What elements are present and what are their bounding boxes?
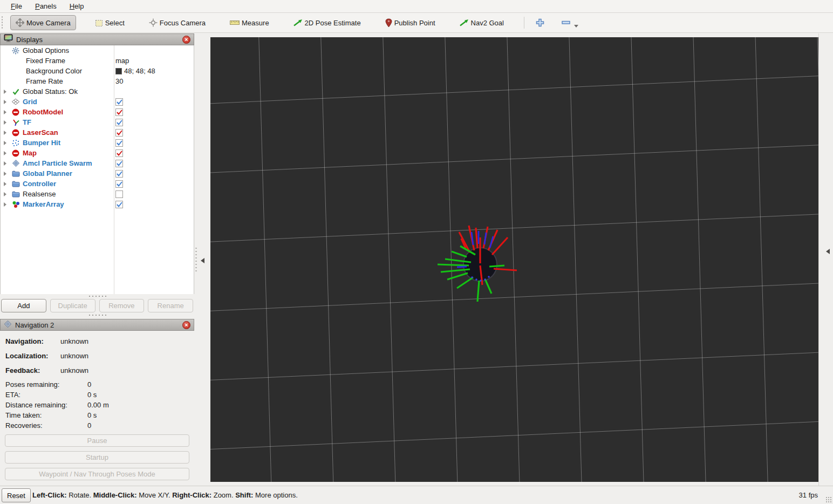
checkbox-amcl-particle-swarm[interactable] — [115, 160, 123, 167]
prop-row-frame-rate[interactable]: Frame Rate30 — [1, 76, 194, 86]
status-bar: Reset Left-Click: Rotate. Middle-Click: … — [0, 486, 833, 504]
tool-move-camera[interactable]: Move Camera — [10, 15, 76, 30]
remove-tool-icon — [562, 21, 570, 25]
close-displays-button[interactable] — [182, 36, 190, 44]
collapse-arrow-icon[interactable] — [4, 141, 6, 145]
reset-button[interactable]: Reset — [2, 488, 31, 502]
status-value: unknown — [60, 352, 88, 360]
prop-row-fixed-frame[interactable]: Fixed Framemap — [1, 56, 194, 66]
display-row-laserscan[interactable]: LaserScan — [1, 127, 194, 138]
checkbox-bumper-hit[interactable] — [115, 139, 123, 147]
metric-row-eta: ETA:0 s — [0, 390, 194, 400]
collapse-right-dock-icon[interactable] — [826, 249, 830, 254]
prop-value-frame-rate[interactable]: 30 — [115, 76, 123, 86]
checkbox-controller[interactable] — [115, 180, 123, 188]
prop-value-background-color[interactable]: 48; 48; 48 — [115, 66, 155, 76]
folder-icon — [11, 170, 21, 177]
display-row-global-status-ok[interactable]: Global Status: Ok — [1, 86, 194, 97]
add-button[interactable]: Add — [1, 299, 46, 312]
prop-label-background-color: Background Color — [1, 66, 82, 76]
checkbox-grid[interactable] — [115, 98, 123, 106]
collapse-arrow-icon[interactable] — [4, 161, 6, 166]
metric-value: 0 — [87, 421, 91, 430]
left-dock-splitter[interactable] — [194, 33, 210, 486]
display-row-controller[interactable]: Controller — [1, 179, 194, 189]
display-row-global-options[interactable]: Global Options — [1, 45, 194, 56]
collapse-arrow-icon[interactable] — [4, 182, 6, 186]
tool-remove-tool-icon[interactable] — [558, 15, 582, 31]
nav2-panel-icon — [4, 320, 12, 330]
tool-add-tool-icon[interactable] — [532, 15, 548, 30]
prop-label-fixed-frame: Fixed Frame — [1, 56, 65, 66]
checkbox-laserscan[interactable] — [115, 129, 123, 137]
folder-icon — [11, 180, 21, 187]
menu-file[interactable]: File — [4, 1, 29, 11]
prop-row-background-color[interactable]: Background Color48; 48; 48 — [1, 66, 194, 76]
metric-row-distance-remaining: Distance remaining:0.00 m — [0, 400, 194, 410]
menu-help[interactable]: Help — [63, 1, 91, 11]
render-viewport[interactable] — [210, 37, 818, 482]
tool-measure[interactable]: Measure — [224, 16, 275, 30]
waypoint-nav-through-poses-mode-button: Waypoint / Nav Through Poses Mode — [5, 468, 189, 480]
checkbox-markerarray[interactable] — [115, 201, 123, 208]
splitter-grip[interactable] — [195, 247, 197, 274]
nav2-panel-header[interactable]: Navigation 2 — [0, 319, 194, 331]
display-row-markerarray[interactable]: MarkerArray — [1, 199, 194, 209]
collapse-arrow-icon[interactable] — [4, 90, 6, 94]
close-nav2-button[interactable] — [182, 321, 190, 329]
display-row-grid[interactable]: Grid — [1, 97, 194, 107]
display-row-global-planner[interactable]: Global Planner — [1, 168, 194, 179]
collapse-arrow-icon[interactable] — [4, 131, 6, 135]
collapse-arrow-icon[interactable] — [4, 151, 6, 155]
menu-bar: FilePanelsHelp — [0, 0, 833, 13]
display-row-amcl-particle-swarm[interactable]: Amcl Particle Swarm — [1, 158, 194, 168]
display-row-bumper-hit[interactable]: Bumper Hit — [1, 138, 194, 148]
status-value: unknown — [60, 337, 88, 345]
fps-counter: 31 fps — [799, 491, 818, 499]
nav2-panel-title: Navigation 2 — [15, 321, 182, 329]
nav2-metrics: Poses remaining:0ETA:0 sDistance remaini… — [0, 379, 194, 431]
tool-publish-point[interactable]: Publish Point — [380, 15, 441, 31]
tool-2d-pose-estimate[interactable]: 2D Pose Estimate — [288, 16, 366, 30]
collapse-arrow-icon[interactable] — [4, 100, 6, 104]
tool-focus-camera[interactable]: Focus Camera — [144, 15, 211, 30]
collapse-arrow-icon[interactable] — [4, 192, 6, 196]
checkbox-global-planner[interactable] — [115, 170, 123, 178]
tool-select[interactable]: Select — [90, 16, 130, 30]
metric-value: 0 s — [87, 411, 97, 419]
displays-monitor-icon — [4, 34, 13, 45]
panels-splitter-handle[interactable] — [0, 313, 194, 317]
checkbox-realsense[interactable] — [115, 190, 123, 198]
displays-tree: Global OptionsFixed FramemapBackground C… — [0, 45, 194, 294]
prop-value-fixed-frame[interactable]: map — [115, 56, 129, 66]
remove-button: Remove — [99, 299, 145, 312]
toolbar-drag-handle[interactable] — [1, 16, 5, 30]
collapse-arrow-icon[interactable] — [4, 110, 6, 114]
window-resize-grip[interactable] — [825, 496, 832, 503]
checkbox-tf[interactable] — [115, 119, 123, 126]
pose-estimate-icon — [293, 19, 303, 26]
collapse-arrow-icon[interactable] — [4, 120, 6, 125]
display-row-map[interactable]: Map — [1, 148, 194, 158]
add-tool-icon — [536, 18, 544, 27]
toolbar-tools: Move CameraSelectFocus CameraMeasure2D P… — [10, 15, 592, 31]
displays-splitter-handle[interactable] — [0, 294, 194, 298]
display-row-tf[interactable]: TF — [1, 117, 194, 127]
tool-nav2-goal[interactable]: Nav2 Goal — [454, 16, 509, 30]
markers-icon — [11, 201, 21, 208]
collapse-left-dock-icon[interactable] — [201, 258, 204, 263]
checkbox-map[interactable] — [115, 149, 123, 157]
checkbox-robotmodel[interactable] — [115, 108, 123, 116]
error-icon — [11, 149, 21, 157]
displays-panel-header[interactable]: Displays — [0, 33, 194, 45]
metric-label: Poses remaining: — [5, 380, 59, 389]
menu-panels[interactable]: Panels — [29, 1, 63, 11]
right-dock-splitter[interactable] — [818, 33, 833, 486]
collapse-arrow-icon[interactable] — [4, 202, 6, 207]
hint-right-click: Right-Click: Zoom. — [172, 491, 235, 499]
display-row-realsense[interactable]: Realsense — [1, 189, 194, 199]
display-row-robotmodel[interactable]: RobotModel — [1, 107, 194, 117]
color-swatch — [115, 68, 122, 74]
collapse-arrow-icon[interactable] — [4, 172, 6, 176]
tool-dropdown-caret-icon[interactable] — [574, 25, 578, 28]
